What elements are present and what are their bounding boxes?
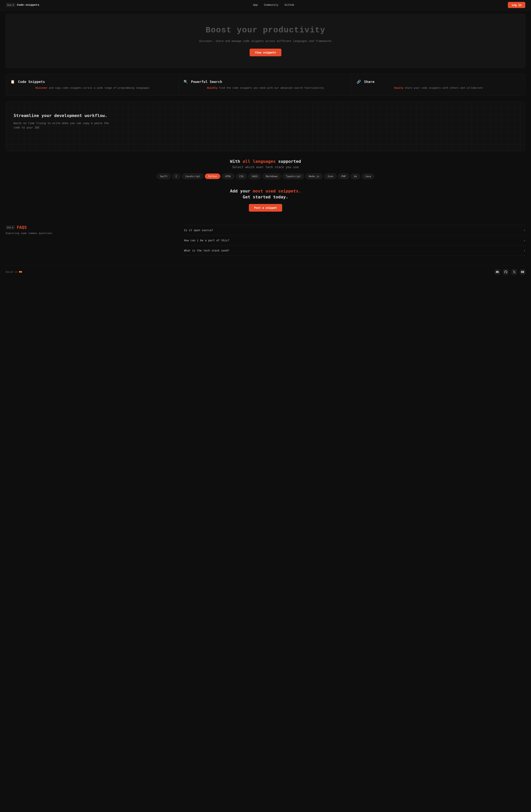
language-tag-sass[interactable]: SASS	[249, 174, 261, 179]
faq-left-panel: {cs.} FAQS Exploring some common questio…	[6, 225, 176, 256]
language-tag-java[interactable]: Java	[362, 174, 374, 179]
search-icon: 🔍	[183, 80, 188, 84]
faq-section: {cs.} FAQS Exploring some common questio…	[6, 219, 525, 261]
language-tag-c[interactable]: C	[172, 174, 180, 179]
nav-links: App Community Github	[253, 3, 294, 6]
feature-search-title: 🔍 Powerful Search	[183, 80, 347, 84]
faq-badge: {cs.}	[6, 226, 15, 229]
feature-share-desc: Easily share your code snippets with oth…	[357, 86, 520, 90]
workflow-title: Streamline your development workflow.	[14, 113, 517, 118]
faq-question: What is the tech stack used?	[184, 249, 229, 252]
faq-item-1[interactable]: How can i be a part of this? ›	[184, 235, 525, 246]
nav-community-link[interactable]: Community	[264, 3, 279, 6]
feature-search-desc: Quickly find the code snippets you need …	[183, 86, 347, 90]
feature-card-search: 🔍 Powerful Search Quickly find the code …	[179, 74, 352, 96]
language-tag-json[interactable]: Json	[324, 174, 337, 179]
footer: Based in 🇪🇸	[6, 265, 525, 278]
feature-share-title: 🔗 Share	[357, 80, 520, 84]
navbar: {cs.} Code-snippets App Community Github…	[0, 0, 531, 10]
language-tag-html[interactable]: HTML	[222, 174, 234, 179]
footer-based: Based in 🇪🇸	[6, 271, 22, 273]
cta-line2: Get started today.	[6, 194, 525, 199]
language-tag-javascript[interactable]: JavaScript	[182, 174, 203, 179]
language-tag-swift[interactable]: Swift	[157, 174, 171, 179]
nav-github-link[interactable]: Github	[285, 3, 294, 6]
discord-icon[interactable]	[495, 269, 500, 275]
language-tag-php[interactable]: PHP	[338, 174, 349, 179]
languages-section: With all languages supported Select whic…	[6, 159, 525, 179]
flag-icon: 🇪🇸	[19, 271, 22, 273]
logo-text: Code-snippets	[17, 3, 39, 7]
chevron-down-icon: ›	[524, 239, 525, 242]
logo[interactable]: {cs.} Code-snippets	[6, 3, 39, 7]
feature-snippets-title: 📋 Code Snippets	[11, 80, 174, 84]
post-snippet-button[interactable]: Post a snippet	[249, 204, 282, 212]
features-grid: 📋 Code Snippets Discover and copy code s…	[6, 74, 525, 96]
faq-item-2[interactable]: What is the tech stack used? ›	[184, 246, 525, 256]
language-tag-css[interactable]: CSS	[236, 174, 247, 179]
view-snippets-button[interactable]: View snippets	[250, 49, 281, 56]
languages-heading: With all languages supported	[6, 159, 525, 164]
languages-subheading: Select which ever tech stack you use	[6, 165, 525, 169]
chevron-down-icon: ›	[524, 249, 525, 252]
nav-app-link[interactable]: App	[253, 3, 258, 6]
language-tag-typescript[interactable]: TypeScript	[282, 174, 304, 179]
language-tag-python[interactable]: Python	[205, 174, 220, 179]
workflow-section: Streamline your development workflow. Wa…	[6, 102, 525, 151]
hero-section: Boost your productivity Discover, share …	[6, 14, 525, 68]
snippets-icon: 📋	[11, 80, 15, 84]
feature-card-snippets: 📋 Code Snippets Discover and copy code s…	[6, 74, 179, 96]
hero-title: Boost your productivity	[10, 26, 521, 35]
youtube-icon[interactable]	[520, 269, 525, 275]
faq-question: How can i be a part of this?	[184, 239, 229, 242]
footer-social-icons	[495, 269, 525, 275]
twitter-icon[interactable]	[512, 269, 517, 275]
faq-subtitle: Exploring some common questions	[6, 232, 176, 235]
feature-snippets-desc: Discover and copy code snippets across a…	[11, 86, 174, 90]
language-tag-node.js[interactable]: Node.js	[306, 174, 323, 179]
faq-item-0[interactable]: Is it open source? ›	[184, 225, 525, 235]
github-footer-icon[interactable]	[503, 269, 508, 275]
feature-card-share: 🔗 Share Easily share your code snippets …	[352, 74, 525, 96]
faq-title: {cs.} FAQS	[6, 225, 176, 230]
logo-badge: {cs.}	[6, 3, 15, 7]
share-icon: 🔗	[357, 80, 361, 84]
faq-items: Is it open source? › How can i be a part…	[184, 225, 525, 256]
language-tag-markdown[interactable]: Markdown	[263, 174, 281, 179]
hero-subtitle: Discover, share and manage code snippets…	[10, 40, 521, 43]
language-tags: SwiftCJavaScriptPythonHTMLCSSSASSMarkdow…	[6, 174, 525, 179]
language-tag-go[interactable]: Go	[351, 174, 360, 179]
chevron-down-icon: ›	[524, 229, 525, 232]
cta-line1: Add your most used snippets.	[6, 189, 525, 193]
cta-section: Add your most used snippets. Get started…	[6, 189, 525, 212]
workflow-desc: Waste no time trying to write when you c…	[14, 121, 109, 130]
login-button[interactable]: Log in	[508, 2, 525, 8]
faq-question: Is it open source?	[184, 229, 213, 232]
